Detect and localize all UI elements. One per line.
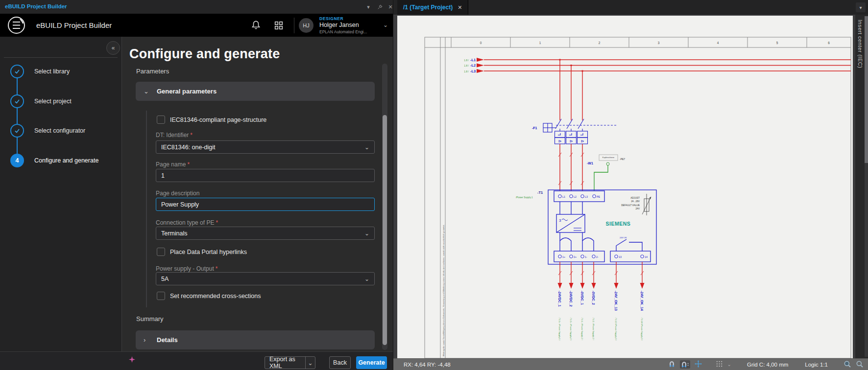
- snap-magnet-icon[interactable]: [668, 360, 675, 369]
- app-root: eBUILD Project Builder ▾ ✕ eBUILD Projec…: [0, 0, 868, 370]
- svg-text:-24VDC_2: -24VDC_2: [569, 291, 573, 307]
- user-menu-chevron-icon[interactable]: ⌄: [383, 22, 388, 28]
- app-switcher-grid-icon[interactable]: [274, 21, 283, 32]
- wizard-step-label[interactable]: Configure and generate: [34, 157, 98, 164]
- form-scrollbar-thumb[interactable]: [383, 115, 387, 345]
- zoom-in-magnifier-icon[interactable]: [856, 360, 864, 369]
- snap-magnet-grid-icon[interactable]: [680, 360, 690, 369]
- step-number-badge: 4: [10, 154, 24, 167]
- wizard-step-configure-generate[interactable]: 4: [10, 154, 24, 167]
- checkbox-label: IEC81346-compliant page-structure: [170, 116, 266, 123]
- grid-dots-icon[interactable]: [716, 360, 723, 369]
- wizard-connector-line: [17, 71, 18, 161]
- svg-text:3: 3: [559, 218, 561, 223]
- svg-text:ADJUST: ADJUST: [630, 197, 640, 199]
- user-organization: EPLAN Automated Engi...: [319, 29, 367, 34]
- select-value: 5A: [161, 276, 169, 282]
- wizard-step-label[interactable]: Select project: [34, 98, 72, 105]
- form-scrollbar[interactable]: [382, 64, 387, 350]
- svg-text:1.8 /: 1.8 /: [464, 59, 469, 62]
- svg-text:24V OK: 24V OK: [620, 236, 627, 239]
- iec-page-structure-checkbox[interactable]: [157, 116, 165, 124]
- svg-text:DEFAULT VALUE: DEFAULT VALUE: [621, 204, 640, 207]
- dt-identifier-select[interactable]: IEC81346: one-digit ⌄: [156, 140, 375, 154]
- svg-text:-0VDC_1: -0VDC_1: [580, 291, 584, 305]
- pe-connection-label: Connection type of PE*: [156, 218, 218, 227]
- page-name-label: Page name*: [156, 160, 190, 168]
- chevron-down-icon: ⌄: [364, 230, 369, 237]
- cursor-coordinates: RX: 4,64 RY: -4,48: [404, 362, 451, 368]
- wizard-step-select-library[interactable]: [10, 65, 24, 78]
- export-options-chevron-icon[interactable]: ⌄: [306, 359, 315, 367]
- svg-text:6: 6: [828, 41, 830, 45]
- export-xml-label[interactable]: Export as XML: [265, 356, 305, 370]
- svg-text:PE: PE: [597, 195, 600, 198]
- svg-text:I>: I>: [570, 139, 573, 143]
- summary-section-label: Summary: [136, 315, 164, 323]
- iec-page-structure-row: IEC81346-compliant page-structure: [157, 116, 266, 124]
- left-window-titlebar: eBUILD Project Builder ▾ ✕: [0, 0, 393, 14]
- svg-text:-L1: -L1: [470, 58, 476, 62]
- tab-target-project[interactable]: /1 (Target Project) ✕: [397, 0, 468, 15]
- svg-text:1.8 /: 1.8 /: [464, 64, 469, 67]
- svg-text:-0VDC_2: -0VDC_2: [592, 291, 595, 305]
- export-xml-split-button[interactable]: Export as XML ⌄: [265, 356, 315, 369]
- step-check-icon: [10, 65, 24, 78]
- window-title: eBUILD Project Builder: [5, 3, 67, 9]
- app-header: eBUILD Project Builder HJ DESIGNER Holge…: [0, 14, 393, 37]
- header-divider: [294, 18, 294, 33]
- window-pin-icon[interactable]: [376, 3, 384, 11]
- wizard-step-select-project[interactable]: [10, 94, 24, 108]
- move-crosshair-icon[interactable]: [695, 360, 702, 369]
- viewer-scrollbar-thumb[interactable]: [865, 16, 868, 163]
- viewer-statusbar: RX: 4,64 RY: -4,48 ⌄ Grid C: 4,00 mm: [393, 358, 868, 370]
- chevron-right-icon: ›: [144, 336, 150, 344]
- sidebar-collapse-button[interactable]: «: [106, 41, 120, 55]
- avatar[interactable]: HJ: [299, 18, 313, 33]
- viewer-scrollbar[interactable]: [865, 16, 868, 357]
- drawing-page: [397, 16, 853, 358]
- svg-text:I>: I>: [581, 139, 584, 143]
- scale-label: Logic 1:1: [805, 362, 828, 368]
- page-name-input[interactable]: [156, 169, 375, 182]
- window-chevron-down-icon[interactable]: ▾: [364, 3, 372, 11]
- notifications-bell-icon[interactable]: [251, 20, 261, 32]
- svg-text:24V: 24V: [635, 208, 640, 210]
- page-description-label: Page description: [156, 188, 199, 197]
- pe-connection-select[interactable]: Terminals ⌄: [156, 227, 375, 240]
- panel-chevron-down-icon[interactable]: ▾: [856, 2, 866, 12]
- power-output-label: Power supply - Output*: [156, 264, 217, 273]
- zoom-out-magnifier-icon[interactable]: [844, 360, 851, 369]
- svg-text:-PE7: -PE7: [620, 158, 625, 161]
- svg-text:L2: L2: [574, 195, 577, 198]
- page-description-input[interactable]: [156, 198, 375, 211]
- svg-text:-24V_OK_14: -24V_OK_14: [640, 291, 644, 311]
- wizard-step-select-configurator[interactable]: [10, 124, 24, 138]
- chevron-down-icon: ⌄: [144, 88, 150, 95]
- sparkle-icon: [128, 356, 136, 365]
- details-accordion[interactable]: › Details: [136, 330, 375, 349]
- page-title: Configure and generate: [129, 46, 280, 62]
- svg-text:Kupferschiene: Kupferschiene: [603, 157, 614, 159]
- cross-sections-checkbox[interactable]: [157, 292, 165, 300]
- app-title: eBUILD Project Builder: [36, 21, 112, 29]
- generate-button[interactable]: Generate: [356, 356, 387, 369]
- wizard-step-label[interactable]: Select configurator: [34, 127, 85, 134]
- schematic-canvas[interactable]: 0 1 2 3 4 5 6 Weitergabe sowie Vervielfä…: [393, 15, 868, 358]
- svg-text:-F1: -F1: [532, 126, 537, 130]
- insert-center-tab[interactable]: Insert center (IEC): [857, 20, 863, 68]
- tab-close-icon[interactable]: ✕: [458, 4, 462, 11]
- svg-text:L3: L3: [585, 195, 588, 198]
- back-button[interactable]: Back: [329, 356, 351, 369]
- accordion-label: Details: [157, 336, 178, 344]
- general-parameters-accordion[interactable]: ⌄ General parameters: [136, 82, 375, 101]
- brand-label: SIEMENS: [606, 221, 631, 227]
- data-portal-checkbox[interactable]: [157, 248, 165, 256]
- power-output-select[interactable]: 5A ⌄: [156, 272, 375, 285]
- svg-text:5: 5: [776, 41, 778, 45]
- svg-text:14: 14: [645, 255, 648, 258]
- wizard-step-label[interactable]: Select library: [34, 68, 70, 75]
- grid-options-chevron-icon[interactable]: ⌄: [727, 362, 731, 367]
- svg-text:-W1: -W1: [587, 162, 593, 165]
- chevron-down-icon: ⌄: [364, 144, 369, 151]
